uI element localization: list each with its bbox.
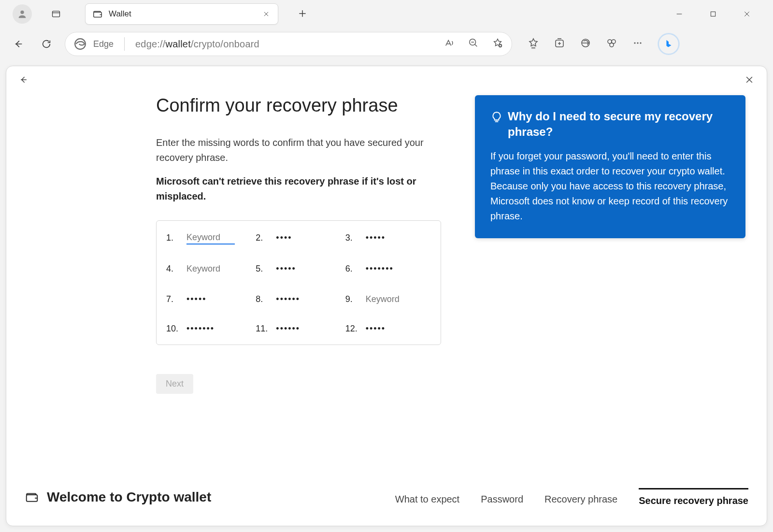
- masked-word: •••••: [276, 264, 296, 274]
- maximize-icon: [709, 10, 717, 18]
- onboarding-step[interactable]: What to expect: [395, 488, 459, 506]
- svg-point-12: [634, 42, 635, 43]
- minimize-icon: [675, 10, 683, 18]
- onboarding-step[interactable]: Secure recovery phrase: [639, 488, 748, 506]
- word-number: 11.: [256, 324, 268, 334]
- browser-tab-active[interactable]: Wallet: [85, 3, 278, 25]
- arrow-left-icon: [19, 75, 29, 85]
- recovery-word-cell: 7.•••••: [166, 293, 252, 305]
- nav-refresh-button[interactable]: [37, 34, 56, 54]
- new-tab-button[interactable]: [293, 7, 312, 22]
- word-number: 1.: [166, 233, 179, 243]
- person-icon: [17, 9, 28, 19]
- masked-word: •••••••: [186, 324, 215, 334]
- recovery-word-cell: 5.•••••: [256, 263, 341, 275]
- onboarding-title: Welcome to Crypto wallet: [47, 489, 211, 505]
- zoom-out-button[interactable]: [468, 38, 479, 50]
- onboarding-step[interactable]: Password: [481, 488, 523, 506]
- masked-word: ••••: [276, 233, 292, 243]
- recovery-word-cell: 1.: [166, 231, 252, 244]
- word-number: 8.: [256, 294, 268, 304]
- word-number: 2.: [256, 233, 268, 243]
- svg-point-11: [610, 43, 614, 47]
- favorite-button[interactable]: [492, 38, 503, 50]
- edge-logo-icon: [74, 38, 86, 50]
- recovery-word-cell: 6.•••••••: [345, 263, 431, 275]
- svg-rect-1: [53, 11, 60, 17]
- word-number: 12.: [345, 324, 358, 334]
- profile-button[interactable]: [13, 4, 32, 24]
- word-number: 5.: [256, 264, 268, 274]
- masked-word: •••••: [366, 324, 386, 334]
- lightbulb-icon: [490, 111, 503, 123]
- svg-point-13: [637, 42, 638, 43]
- recovery-word-grid: 1.2.••••3.•••••4.5.•••••6.•••••••7.•••••…: [156, 220, 441, 345]
- essentials-icon: [606, 37, 617, 49]
- keyword-input[interactable]: [186, 231, 235, 244]
- info-tip-panel: Why do I need to secure my recovery phra…: [475, 95, 745, 238]
- more-icon: [632, 37, 644, 49]
- masked-word: •••••: [366, 233, 386, 243]
- recovery-word-cell: 12.•••••: [345, 324, 431, 334]
- close-icon: [744, 75, 754, 85]
- masked-word: ••••••: [276, 324, 300, 334]
- word-number: 10.: [166, 324, 179, 334]
- onboarding-step-bar: Welcome to Crypto wallet What to expectP…: [6, 476, 767, 526]
- recovery-word-cell: 4.: [166, 263, 252, 275]
- star-add-icon: [492, 38, 503, 48]
- svg-point-14: [640, 42, 641, 43]
- nav-back-button[interactable]: [9, 34, 28, 54]
- onboarding-steps: What to expectPasswordRecovery phraseSec…: [395, 488, 748, 506]
- window-close[interactable]: [742, 9, 752, 19]
- word-number: 9.: [345, 294, 358, 304]
- recovery-word-cell: 8.••••••: [256, 293, 341, 305]
- tab-close-button[interactable]: [261, 9, 271, 19]
- keyword-input[interactable]: [186, 263, 235, 275]
- tab-overview-button[interactable]: [46, 4, 66, 24]
- address-separator: [124, 37, 125, 51]
- bing-chat-button[interactable]: [658, 33, 679, 55]
- onboarding-step[interactable]: Recovery phrase: [544, 488, 617, 506]
- masked-word: ••••••: [276, 294, 300, 304]
- browser-tab-bar: Wallet: [0, 0, 773, 28]
- arrow-left-icon: [13, 39, 24, 49]
- page-back-button[interactable]: [19, 75, 29, 86]
- word-number: 6.: [345, 264, 358, 274]
- svg-rect-3: [711, 12, 715, 16]
- next-button[interactable]: Next: [156, 374, 193, 394]
- svg-point-0: [20, 11, 24, 14]
- ie-icon: [580, 37, 591, 49]
- close-icon: [743, 10, 751, 18]
- window-minimize[interactable]: [674, 9, 684, 19]
- wallet-tab-icon: [92, 9, 103, 19]
- tab-overview-icon: [51, 9, 61, 19]
- word-number: 3.: [345, 233, 358, 243]
- page-container: Confirm your recovery phrase Enter the m…: [6, 66, 767, 526]
- tip-body: If you forget your password, you'll need…: [490, 149, 730, 224]
- star-list-icon: [528, 37, 539, 49]
- tip-title: Why do I need to secure my recovery phra…: [508, 109, 730, 140]
- page-description: Enter the missing words to confirm that …: [156, 135, 441, 165]
- ie-mode-button[interactable]: [580, 37, 591, 51]
- word-number: 7.: [166, 294, 179, 304]
- read-aloud-button[interactable]: [444, 38, 455, 50]
- settings-more-button[interactable]: [632, 37, 644, 51]
- page-warning: Microsoft can't retrieve this recovery p…: [156, 174, 441, 204]
- address-bar[interactable]: Edge edge://wallet/crypto/onboard: [65, 32, 512, 56]
- browser-essentials-button[interactable]: [606, 37, 617, 51]
- refresh-icon: [41, 39, 52, 49]
- address-url: edge://wallet/crypto/onboard: [135, 39, 259, 50]
- page-close-button[interactable]: [744, 75, 754, 86]
- recovery-word-cell: 9.: [345, 293, 431, 305]
- tab-title: Wallet: [109, 9, 256, 19]
- bing-icon: [663, 39, 674, 49]
- keyword-input[interactable]: [366, 293, 414, 305]
- collections-button[interactable]: [554, 37, 565, 51]
- read-aloud-icon: [444, 38, 455, 48]
- recovery-word-cell: 10.•••••••: [166, 324, 252, 334]
- favorites-list-button[interactable]: [528, 37, 539, 51]
- masked-word: •••••: [186, 294, 207, 304]
- window-maximize[interactable]: [708, 9, 718, 19]
- recovery-word-cell: 3.•••••: [345, 231, 431, 244]
- page-heading: Confirm your recovery phrase: [156, 95, 441, 116]
